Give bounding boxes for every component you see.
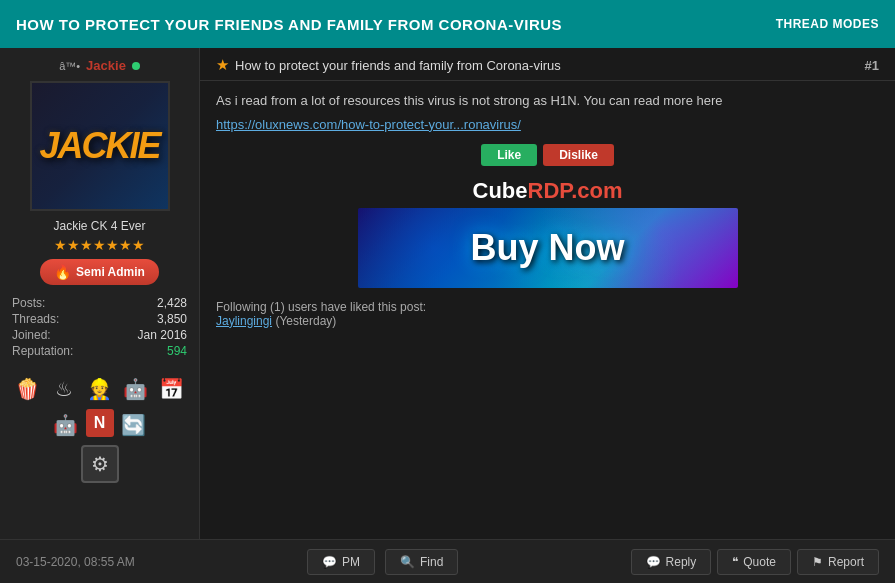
find-label: Find [420,555,443,569]
badge-refresh: 🔄 [118,409,150,441]
ad-com-text: .com [571,178,622,203]
pm-label: PM [342,555,360,569]
post-header: ★ How to protect your friends and family… [200,48,895,81]
badge-popcorn: 🍿 [12,373,44,405]
joined-label: Joined: [12,328,51,342]
liked-by-section: Following (1) users have liked this post… [216,300,879,328]
like-button[interactable]: Like [481,144,537,166]
stat-joined: Joined: Jan 2016 [8,327,191,343]
stat-posts: Posts: 2,428 [8,295,191,311]
badge-worker: 👷 [84,373,116,405]
quote-label: Quote [743,555,776,569]
post-date: 03-15-2020, 08:55 AM [16,555,135,569]
ad-block: CubeRDP.com Buy Now [216,178,879,288]
stat-threads: Threads: 3,850 [8,311,191,327]
footer-center: 💬 PM 🔍 Find [307,549,458,575]
report-icon: ⚑ [812,555,823,569]
like-dislike-row: Like Dislike [216,144,879,166]
post-area: ★ How to protect your friends and family… [200,48,895,539]
post-number: #1 [865,58,879,73]
quote-icon: ❝ [732,555,738,569]
find-icon: 🔍 [400,555,415,569]
reputation-value: 594 [167,344,187,358]
display-name: Jackie CK 4 Ever [53,219,145,233]
liked-by-when: (Yesterday) [275,314,336,328]
reply-button[interactable]: 💬 Reply [631,549,712,575]
footer-bar: 03-15-2020, 08:55 AM 💬 PM 🔍 Find 💬 Reply… [0,539,895,583]
badge-steam: ♨ [48,373,80,405]
liked-by-user[interactable]: Jaylingingi [216,314,272,328]
post-title: How to protect your friends and family f… [235,58,561,73]
user-stats: Posts: 2,428 Threads: 3,850 Joined: Jan … [8,295,191,359]
username-prefix: â™• [59,60,80,72]
avatar-text: JACKIE [39,125,159,167]
ad-banner-text: Buy Now [470,227,624,269]
ad-cube-text: Cube [473,178,528,203]
user-sidebar: â™• Jackie JACKIE Jackie CK 4 Ever ★★★★★… [0,48,200,539]
posts-label: Posts: [12,296,45,310]
avatar-image: JACKIE [32,83,168,209]
threads-label: Threads: [12,312,59,326]
badge-icon: 🔥 [54,264,71,280]
special-badge: ⚙ [81,445,119,483]
username[interactable]: Jackie [86,58,126,73]
posts-value: 2,428 [157,296,187,310]
reply-icon: 💬 [646,555,661,569]
report-button[interactable]: ⚑ Report [797,549,879,575]
joined-value: Jan 2016 [138,328,187,342]
badge-n: N [86,409,114,437]
post-text: As i read from a lot of resources this v… [216,91,879,111]
ad-banner[interactable]: Buy Now [358,208,738,288]
page-header: HOW TO PROTECT YOUR FRIENDS AND FAMILY F… [0,0,895,48]
pm-button[interactable]: 💬 PM [307,549,375,575]
post-title-row: ★ How to protect your friends and family… [216,56,561,74]
reply-label: Reply [666,555,697,569]
post-link[interactable]: https://oluxnews.com/how-to-protect-your… [216,117,879,132]
post-star-icon: ★ [216,56,229,74]
star-rating: ★★★★★★★ [54,237,145,253]
badge-calendar: 📅 [156,373,188,405]
liked-by-text: Following (1) users have liked this post… [216,300,426,314]
post-body: As i read from a lot of resources this v… [200,81,895,539]
report-label: Report [828,555,864,569]
thread-modes-button[interactable]: THREAD MODES [776,17,879,31]
main-layout: â™• Jackie JACKIE Jackie CK 4 Ever ★★★★★… [0,48,895,539]
role-badge: 🔥 Semi Admin [40,259,159,285]
badge-robot: 🤖 [120,373,152,405]
online-indicator [132,62,140,70]
page-title: HOW TO PROTECT YOUR FRIENDS AND FAMILY F… [16,16,562,33]
badge-label: Semi Admin [76,265,145,279]
badges-row: 🍿 ♨ 👷 🤖 📅 🤖 N 🔄 [8,373,191,441]
ad-title: CubeRDP.com [473,178,623,204]
stat-reputation: Reputation: 594 [8,343,191,359]
username-row: â™• Jackie [8,58,191,73]
footer-left: 03-15-2020, 08:55 AM [16,555,135,569]
quote-button[interactable]: ❝ Quote [717,549,791,575]
dislike-button[interactable]: Dislike [543,144,614,166]
footer-right: 💬 Reply ❝ Quote ⚑ Report [631,549,879,575]
reputation-label: Reputation: [12,344,73,358]
find-button[interactable]: 🔍 Find [385,549,458,575]
badge-android: 🤖 [50,409,82,441]
ad-rdp-text: RDP [528,178,572,203]
avatar: JACKIE [30,81,170,211]
pm-icon: 💬 [322,555,337,569]
threads-value: 3,850 [157,312,187,326]
